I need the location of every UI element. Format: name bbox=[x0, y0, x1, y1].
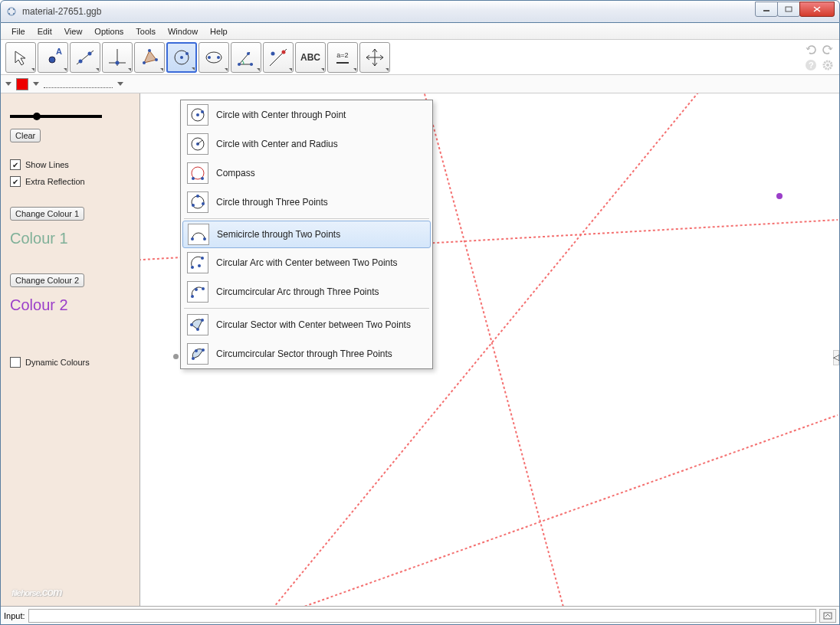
tool-line[interactable] bbox=[70, 42, 100, 73]
style-bar bbox=[1, 75, 839, 93]
menu-tools[interactable]: Tools bbox=[130, 25, 162, 38]
dropdown-item-circular-arc[interactable]: Circular Arc with Center between Two Poi… bbox=[181, 248, 432, 277]
dropdown-item-semicircle[interactable]: Semicircle through Two Points bbox=[182, 221, 431, 248]
svg-point-63 bbox=[190, 323, 193, 326]
tool-slider[interactable]: a=2 bbox=[327, 42, 358, 73]
window-title: material-27651.ggb bbox=[22, 6, 756, 17]
dynamic-colours-label: Dynamic Colours bbox=[25, 358, 90, 367]
panel-expand-icon[interactable]: ◁ bbox=[833, 350, 839, 365]
extra-reflection-label: Extra Reflection bbox=[25, 177, 85, 186]
svg-point-51 bbox=[192, 204, 195, 207]
tool-text[interactable]: ABC bbox=[295, 42, 326, 73]
redo-icon[interactable] bbox=[821, 43, 835, 57]
menu-file[interactable]: File bbox=[5, 25, 31, 38]
maximize-button[interactable] bbox=[777, 2, 800, 17]
input-bar: Input: bbox=[1, 606, 839, 624]
change-colour-1-button[interactable]: Change Colour 1 bbox=[10, 207, 84, 221]
svg-point-56 bbox=[191, 266, 194, 269]
circle-tool-dropdown: Circle with Center through Point Circle … bbox=[180, 100, 433, 369]
svg-point-49 bbox=[201, 177, 204, 180]
svg-point-24 bbox=[208, 56, 211, 59]
svg-point-55 bbox=[203, 237, 206, 241]
svg-point-19 bbox=[155, 58, 158, 61]
dropdown-item-circle-center-radius[interactable]: Circle with Center and Radius bbox=[181, 129, 432, 159]
show-lines-checkbox[interactable]: ✔Show Lines bbox=[10, 159, 130, 170]
svg-point-53 bbox=[202, 202, 205, 205]
stylebar-toggle-icon[interactable] bbox=[5, 82, 11, 86]
tool-angle[interactable] bbox=[231, 42, 261, 73]
undo-icon[interactable] bbox=[804, 43, 818, 57]
tool-reflect[interactable] bbox=[263, 42, 294, 73]
dropdown-item-circle-center-point[interactable]: Circle with Center through Point bbox=[181, 100, 432, 129]
svg-line-39 bbox=[240, 415, 838, 606]
svg-point-66 bbox=[195, 349, 198, 352]
dropdown-item-circular-sector[interactable]: Circular Sector with Center between Two … bbox=[181, 310, 432, 339]
svg-point-43 bbox=[201, 110, 204, 113]
tool-move[interactable] bbox=[5, 42, 36, 73]
point-purple[interactable] bbox=[776, 193, 783, 199]
svg-point-18 bbox=[148, 49, 151, 52]
circle-three-points-icon bbox=[187, 191, 208, 213]
input-help-button[interactable] bbox=[819, 609, 836, 623]
svg-point-48 bbox=[192, 177, 195, 180]
clear-button[interactable]: Clear bbox=[10, 129, 41, 142]
circle-center-point-icon bbox=[187, 104, 208, 126]
circumcircular-arc-icon bbox=[187, 281, 208, 303]
circular-arc-icon bbox=[187, 252, 208, 273]
window-titlebar: material-27651.ggb bbox=[0, 0, 840, 23]
tool-polygon[interactable] bbox=[134, 42, 165, 73]
svg-point-31 bbox=[282, 50, 286, 54]
tool-ellipse[interactable] bbox=[199, 42, 229, 73]
svg-point-65 bbox=[192, 357, 195, 360]
dropdown-item-circle-three-points[interactable]: Circle through Three Points bbox=[181, 188, 432, 217]
semicircle-icon bbox=[188, 224, 209, 245]
svg-point-25 bbox=[217, 56, 220, 59]
color-picker[interactable] bbox=[16, 78, 28, 90]
menu-edit[interactable]: Edit bbox=[31, 25, 58, 38]
svg-line-46 bbox=[198, 140, 202, 144]
svg-point-42 bbox=[196, 113, 199, 116]
app-icon bbox=[5, 5, 18, 18]
toolbar: A ABC a=2 ? bbox=[1, 40, 839, 75]
tool-point[interactable]: A bbox=[38, 42, 68, 73]
dynamic-colours-checkbox[interactable]: Dynamic Colours bbox=[10, 357, 130, 368]
tool-move-view[interactable] bbox=[359, 42, 390, 73]
menu-help[interactable]: Help bbox=[204, 25, 234, 38]
svg-point-2 bbox=[13, 8, 15, 10]
color-dropdown-icon[interactable] bbox=[33, 82, 39, 86]
menu-window[interactable]: Window bbox=[162, 25, 204, 38]
tool-perpendicular[interactable] bbox=[102, 42, 133, 73]
colour-2-label: Colour 2 bbox=[10, 296, 130, 314]
point-gray[interactable] bbox=[173, 354, 179, 359]
close-button[interactable] bbox=[799, 2, 835, 17]
svg-point-22 bbox=[185, 52, 189, 55]
dropdown-item-circumcircular-arc[interactable]: Circumcircular Arc through Three Points bbox=[181, 277, 432, 306]
linestyle-dropdown-icon[interactable] bbox=[117, 82, 123, 86]
extra-reflection-checkbox[interactable]: ✔Extra Reflection bbox=[10, 176, 130, 187]
slider-control[interactable] bbox=[10, 115, 102, 118]
svg-text:?: ? bbox=[809, 61, 814, 70]
line-style-picker[interactable] bbox=[44, 80, 113, 88]
input-field[interactable] bbox=[28, 609, 816, 623]
menu-view[interactable]: View bbox=[58, 25, 89, 38]
svg-point-59 bbox=[191, 295, 194, 298]
help-icon[interactable]: ? bbox=[804, 58, 818, 72]
tool-circle[interactable] bbox=[166, 42, 197, 73]
svg-text:A: A bbox=[56, 47, 62, 56]
minimize-button[interactable] bbox=[755, 2, 778, 17]
svg-point-1 bbox=[8, 8, 10, 10]
settings-icon[interactable] bbox=[821, 58, 835, 72]
svg-point-60 bbox=[195, 288, 198, 291]
dropdown-item-compass[interactable]: Compass bbox=[181, 159, 432, 188]
svg-point-3 bbox=[8, 13, 10, 15]
show-lines-label: Show Lines bbox=[25, 160, 69, 169]
change-colour-2-button[interactable]: Change Colour 2 bbox=[10, 273, 84, 287]
compass-icon bbox=[187, 162, 208, 184]
svg-point-67 bbox=[202, 348, 205, 352]
menu-options[interactable]: Options bbox=[88, 25, 130, 38]
svg-point-64 bbox=[201, 319, 204, 322]
dropdown-item-circumcircular-sector[interactable]: Circumcircular Sector through Three Poin… bbox=[181, 339, 432, 368]
circular-sector-icon bbox=[187, 314, 208, 335]
svg-point-62 bbox=[196, 328, 199, 331]
svg-point-26 bbox=[238, 63, 241, 66]
